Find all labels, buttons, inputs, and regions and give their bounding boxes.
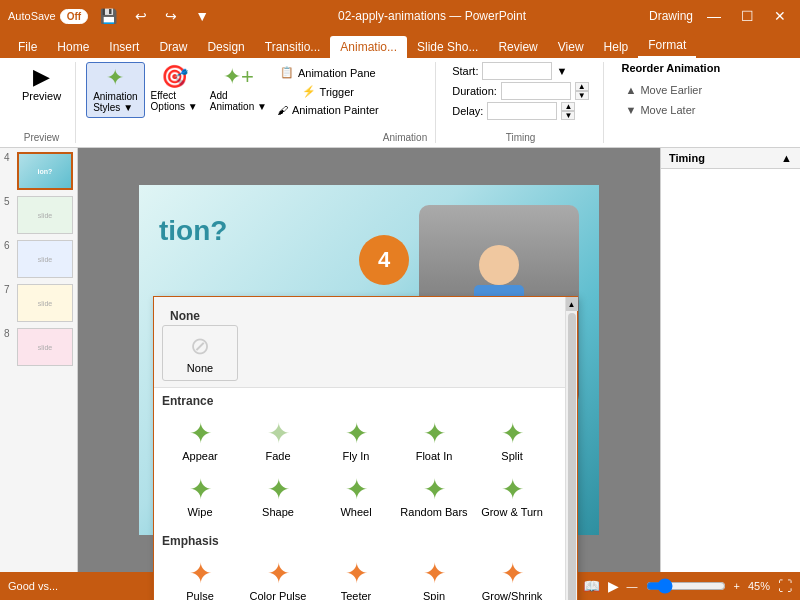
autosave-toggle[interactable]: AutoSave Off [8,9,88,24]
anim-growshrink[interactable]: ✦ Grow/Shrink [474,554,550,600]
tab-home[interactable]: Home [47,36,99,58]
fit-slide-button[interactable]: ⛶ [778,578,792,594]
view-reading[interactable]: 📖 [583,578,600,594]
slide-img-8[interactable]: slide [17,328,73,366]
ribbon-tabs: File Home Insert Draw Design Transitio..… [0,32,800,58]
animation-pane-button[interactable]: 📋 Animation Pane [273,64,383,81]
flyin-icon: ✦ [345,420,368,448]
delay-up[interactable]: ▲ [561,102,575,111]
autosave-label: AutoSave [8,10,56,22]
slide-badge-4: 4 [359,235,409,285]
dropdown-scroll-area[interactable]: Entrance ✦ Appear ✦ Fade ✦ Fly In [154,388,577,600]
tab-animations[interactable]: Animatio... [330,36,407,58]
shape-label: Shape [262,506,294,518]
animation-dropdown: None ⊘ None Entrance ✦ Appear ✦ Fade [153,296,578,600]
slide-thumb-5[interactable]: 5 slide [4,196,73,234]
zoom-slider[interactable] [646,578,726,594]
scrollbar-thumb [568,313,576,600]
animation-painter-button[interactable]: 🖌 Animation Painter [273,102,383,118]
autosave-state[interactable]: Off [60,9,88,24]
scrollbar-up[interactable]: ▲ [566,297,578,311]
tab-help[interactable]: Help [594,36,639,58]
delay-input[interactable] [487,102,557,120]
move-later-button[interactable]: ▼ Move Later [622,102,721,118]
appear-icon: ✦ [189,420,212,448]
title-bar-left: AutoSave Off 💾 ↩ ↪ ▼ [8,6,215,26]
teeter-icon: ✦ [345,560,368,588]
anim-colorpulse[interactable]: ✦ Color Pulse [240,554,316,600]
slide-thumb-6[interactable]: 6 slide [4,240,73,278]
anim-split[interactable]: ✦ Split [474,414,550,468]
ribbon-group-preview: ▶ Preview Preview [8,62,76,143]
move-earlier-label: Move Earlier [640,84,702,96]
tab-view[interactable]: View [548,36,594,58]
add-animation-button[interactable]: ✦+ AddAnimation ▼ [204,62,273,116]
animation-painter-icon: 🖌 [277,104,288,116]
duration-up[interactable]: ▲ [575,82,589,91]
view-slideshow[interactable]: ▶ [608,578,619,594]
animation-group-label: Animation [383,130,427,143]
effect-options-button[interactable]: 🎯 EffectOptions ▼ [145,62,204,116]
slide-thumb-7[interactable]: 7 slide [4,284,73,322]
close-button[interactable]: ✕ [768,6,792,26]
anim-pulse[interactable]: ✦ Pulse [162,554,238,600]
slide-img-5[interactable]: slide [17,196,73,234]
anim-wheel[interactable]: ✦ Wheel [318,470,394,524]
slide-thumb-4[interactable]: 4 ion? [4,152,73,190]
tab-insert[interactable]: Insert [99,36,149,58]
dropdown-scrollbar[interactable]: ▲ ▼ [565,297,577,600]
duration-input[interactable] [501,82,571,100]
slide-img-7[interactable]: slide [17,284,73,322]
timing-collapse-icon[interactable]: ▲ [781,152,792,164]
growturn-icon: ✦ [501,476,524,504]
slide-img-6[interactable]: slide [17,240,73,278]
tab-slideshow[interactable]: Slide Sho... [407,36,488,58]
anim-growturn[interactable]: ✦ Grow & Turn [474,470,550,524]
main-area: 4 ion? 5 slide 6 slide 7 slide 8 [0,148,800,572]
split-icon: ✦ [501,420,524,448]
redo-button[interactable]: ↪ [159,6,183,26]
undo-button[interactable]: ↩ [129,6,153,26]
tab-design[interactable]: Design [197,36,254,58]
add-animation-label: AddAnimation ▼ [210,90,267,112]
anim-randombars[interactable]: ✦ Random Bars [396,470,472,524]
tab-format[interactable]: Format [638,34,696,58]
save-button[interactable]: 💾 [94,6,123,26]
tab-transitions[interactable]: Transitio... [255,36,331,58]
zoom-plus[interactable]: + [734,580,740,592]
anim-shape[interactable]: ✦ Shape [240,470,316,524]
anim-appear[interactable]: ✦ Appear [162,414,238,468]
start-label: Start: [452,65,478,77]
tab-draw[interactable]: Draw [149,36,197,58]
anim-wipe[interactable]: ✦ Wipe [162,470,238,524]
none-item[interactable]: ⊘ None [162,325,238,381]
timing-fields: Start: ▼ Duration: ▲ ▼ Delay: ▲ ▼ [446,62,595,120]
tab-file[interactable]: File [8,36,47,58]
anim-fade[interactable]: ✦ Fade [240,414,316,468]
slide-thumb-8[interactable]: 8 slide [4,328,73,366]
anim-teeter[interactable]: ✦ Teeter [318,554,394,600]
anim-spin[interactable]: ✦ Spin [396,554,472,600]
start-input[interactable] [482,62,552,80]
drawing-tab-label: Drawing [649,9,693,23]
trigger-button[interactable]: ⚡ Trigger [273,83,383,100]
tab-review[interactable]: Review [488,36,547,58]
move-earlier-button[interactable]: ▲ Move Earlier [622,82,721,98]
animation-styles-button[interactable]: ✦ AnimationStyles ▼ [86,62,144,118]
none-section: None ⊘ None [154,297,577,388]
zoom-minus[interactable]: — [627,580,638,592]
start-row: Start: ▼ [452,62,589,80]
randombars-icon: ✦ [423,476,446,504]
flyin-label: Fly In [343,450,370,462]
duration-down[interactable]: ▼ [575,91,589,100]
anim-flyin[interactable]: ✦ Fly In [318,414,394,468]
customize-button[interactable]: ▼ [189,6,215,26]
maximize-button[interactable]: ☐ [735,6,760,26]
slide-img-4[interactable]: ion? [17,152,73,190]
start-arrow: ▼ [556,65,567,77]
delay-down[interactable]: ▼ [561,111,575,120]
minimize-button[interactable]: — [701,6,727,26]
anim-floatin[interactable]: ✦ Float In [396,414,472,468]
duration-spin: ▲ ▼ [575,82,589,100]
preview-button[interactable]: ▶ Preview [16,62,67,106]
